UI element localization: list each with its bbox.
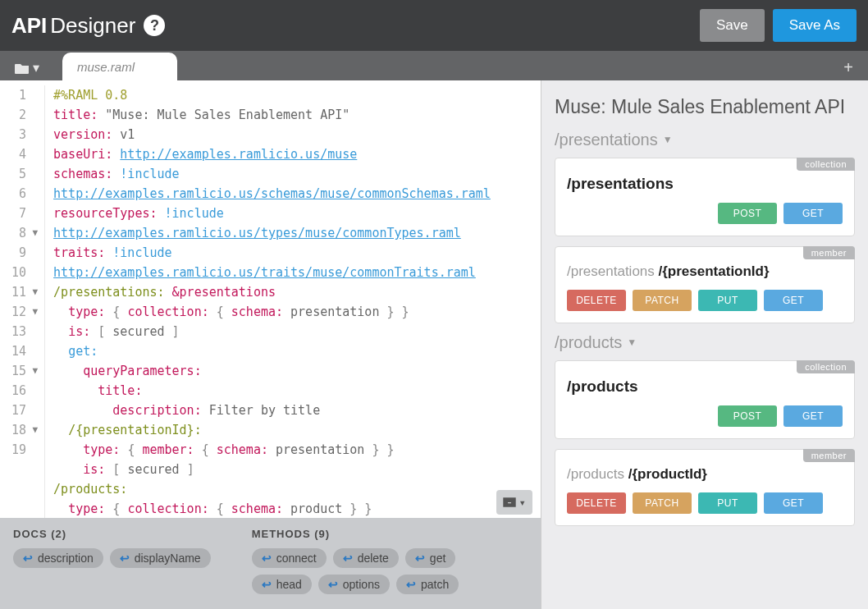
method-badge-get[interactable]: GET: [783, 405, 843, 427]
code-editor[interactable]: 12345678▼91011▼12▼131415▼161718▼19 #%RAM…: [0, 80, 541, 518]
save-as-button[interactable]: Save As: [773, 9, 857, 42]
line-gutter: 12345678▼91011▼12▼131415▼161718▼19: [0, 85, 45, 518]
resource-type-badge: member: [803, 449, 855, 462]
resource-path: /products /{productId}: [567, 466, 843, 483]
reply-arrow-icon: ↩: [343, 552, 353, 565]
shelf-docs-heading: DOCS (2): [13, 528, 211, 540]
code-content[interactable]: #%RAML 0.8title: "Muse: Mule Sales Enabl…: [45, 85, 491, 518]
app-title: APIDesigner ?: [11, 13, 165, 39]
suggestion-shelf: DOCS (2) ↩description↩displayName METHOD…: [0, 518, 541, 609]
reply-arrow-icon: ↩: [23, 552, 33, 565]
suggestion-chip[interactable]: ↩description: [13, 548, 103, 568]
resource-card: collection /presentations POSTGET: [555, 158, 855, 236]
suggestion-chip[interactable]: ↩options: [318, 575, 390, 594]
shelf-toggle[interactable]: ▾: [496, 490, 532, 515]
method-badge-delete[interactable]: DELETE: [567, 290, 626, 311]
resource-section-toggle[interactable]: /products ▼: [555, 333, 855, 352]
resource-path: /products: [567, 378, 843, 396]
suggestion-chip[interactable]: ↩delete: [333, 548, 399, 568]
method-badge-patch[interactable]: PATCH: [633, 492, 692, 514]
tab-bar: ▾ muse.raml +: [0, 51, 868, 80]
api-title: Muse: Mule Sales Enablement API: [555, 95, 855, 119]
app-header: APIDesigner ? Save Save As: [0, 0, 868, 51]
suggestion-chip[interactable]: ↩connect: [252, 548, 327, 568]
save-button[interactable]: Save: [700, 9, 765, 42]
file-tab[interactable]: muse.raml: [62, 53, 177, 80]
method-badge-get[interactable]: GET: [783, 203, 843, 224]
inbox-icon: [503, 497, 516, 507]
suggestion-chip[interactable]: ↩displayName: [110, 548, 211, 568]
reply-arrow-icon: ↩: [262, 578, 272, 591]
resource-type-badge: collection: [797, 158, 855, 171]
chevron-down-icon: ▼: [627, 337, 637, 348]
add-tab-button[interactable]: +: [835, 55, 861, 80]
reply-arrow-icon: ↩: [120, 552, 130, 565]
reply-arrow-icon: ↩: [415, 552, 425, 565]
method-badge-delete[interactable]: DELETE: [567, 492, 626, 514]
resource-path: /presentations: [567, 175, 843, 193]
method-badge-put[interactable]: PUT: [698, 290, 757, 311]
method-badge-post[interactable]: POST: [718, 405, 777, 427]
suggestion-chip[interactable]: ↩patch: [396, 575, 459, 594]
method-badge-post[interactable]: POST: [718, 203, 777, 224]
method-badge-put[interactable]: PUT: [698, 492, 757, 514]
chevron-down-icon: ▼: [663, 134, 673, 145]
tab-filename: muse.raml: [77, 60, 135, 74]
shelf-methods-heading: METHODS (9): [252, 528, 465, 540]
method-badge-patch[interactable]: PATCH: [633, 290, 692, 311]
api-preview-panel: Muse: Mule Sales Enablement API /present…: [541, 80, 868, 609]
folder-icon: [15, 62, 30, 74]
reply-arrow-icon: ↩: [328, 578, 338, 591]
files-dropdown[interactable]: ▾: [8, 55, 46, 80]
resource-type-badge: collection: [797, 360, 855, 373]
resource-path: /presentations /{presentationId}: [567, 263, 843, 280]
chevron-down-icon: ▾: [33, 60, 39, 76]
method-badge-get[interactable]: GET: [764, 492, 823, 514]
suggestion-chip[interactable]: ↩get: [405, 548, 455, 568]
reply-arrow-icon: ↩: [262, 552, 272, 565]
resource-card: member /presentations /{presentationId} …: [555, 246, 855, 323]
reply-arrow-icon: ↩: [406, 578, 416, 591]
suggestion-chip[interactable]: ↩head: [252, 575, 312, 594]
resource-section-toggle[interactable]: /presentations ▼: [555, 130, 855, 149]
resource-type-badge: member: [803, 246, 855, 259]
resource-card: collection /products POSTGET: [555, 360, 855, 439]
method-badge-get[interactable]: GET: [764, 290, 823, 311]
resource-card: member /products /{productId} DELETEPATC…: [555, 449, 855, 526]
chevron-down-icon: ▾: [519, 492, 526, 512]
help-icon[interactable]: ?: [144, 15, 165, 36]
